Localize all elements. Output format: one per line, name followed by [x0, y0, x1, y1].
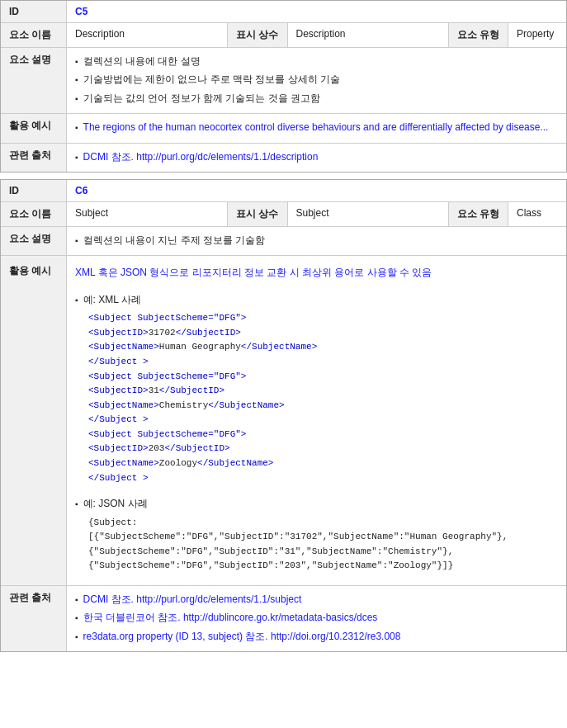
- desc-label: 요소 설명: [1, 48, 67, 113]
- bullet-icon: ▪: [75, 73, 78, 87]
- source-label: 관련 출처: [1, 144, 67, 172]
- desc-item-1: ▪ 컬렉션의 내용에 대한 설명: [75, 53, 558, 69]
- id-label-c6: ID: [1, 180, 67, 201]
- bullet-icon: ▪: [75, 92, 78, 106]
- xml-line-9: <SubjectID>203</SubjectID>: [88, 442, 558, 456]
- display-value: Description: [288, 23, 449, 47]
- xml-section: ▪ 예: XML 사례 <Subject SubjectScheme="DFG"…: [75, 291, 558, 486]
- xml-line-10: <SubjectName>Zoology</SubjectName>: [88, 456, 558, 471]
- example-label-c6: 활용 예시: [1, 256, 67, 585]
- desc-item-c6: ▪ 컬렉션의 내용이 지닌 주제 정보를 기술함: [75, 232, 558, 248]
- source-item-1: ▪ DCMI 참조. http://purl.org/dc/elements/1…: [75, 591, 558, 607]
- xml-line-0: <Subject SubjectScheme="DFG">: [88, 311, 558, 326]
- bullet-icon: ▪: [75, 293, 78, 307]
- row-name: 요소 이름 Description 표시 상수 Description 요소 유…: [1, 23, 566, 48]
- display-value-c6: Subject: [288, 202, 449, 226]
- bullet-icon: ▪: [75, 150, 78, 164]
- xml-line-1: <SubjectID>31702</SubjectID>: [88, 326, 558, 341]
- id-value-c6: C6: [67, 180, 566, 201]
- row-example-c6: 활용 예시 XML 혹은 JSON 형식으로 리포지터리 정보 교환 시 최상위…: [1, 256, 566, 586]
- source-text-2: 한국 더블린코어 참조. http://dublincore.go.kr/met…: [83, 609, 378, 626]
- name-label-c6: 요소 이름: [1, 202, 67, 226]
- xml-line-7: </Subject >: [88, 413, 558, 428]
- json-label: 예: JSON 사례: [83, 495, 148, 512]
- type-value: Property: [508, 23, 566, 47]
- json-line-3: {"SubjectScheme":"DFG","SubjectID":"203"…: [88, 559, 558, 574]
- bullet-icon: ▪: [75, 593, 78, 607]
- json-section: ▪ 예: JSON 사례 {Subject: [{"SubjectScheme"…: [75, 495, 558, 574]
- desc-value: ▪ 컬렉션의 내용에 대한 설명 ▪ 기술방법에는 제한이 없으나 주로 맥락 …: [67, 48, 566, 113]
- bullet-icon: ▪: [75, 121, 78, 135]
- json-line-1: [{"SubjectScheme":"DFG","SubjectID":"317…: [88, 530, 558, 545]
- name-value-c6: Subject: [67, 202, 228, 226]
- type-label-c6: 요소 유형: [449, 202, 508, 226]
- id-value: C5: [67, 1, 566, 22]
- desc-item-2: ▪ 기술방법에는 제한이 없으나 주로 맥락 정보를 상세히 기술: [75, 71, 558, 87]
- row-desc: 요소 설명 ▪ 컬렉션의 내용에 대한 설명 ▪ 기술방법에는 제한이 없으나 …: [1, 48, 566, 114]
- source-value: ▪ DCMI 참조. http://purl.org/dc/elements/1…: [67, 144, 566, 172]
- xml-line-5: <SubjectID>31</SubjectID>: [88, 384, 558, 399]
- source-value-c6: ▪ DCMI 참조. http://purl.org/dc/elements/1…: [67, 586, 566, 651]
- json-line-0: {Subject:: [88, 516, 558, 531]
- source-item: ▪ DCMI 참조. http://purl.org/dc/elements/1…: [75, 149, 558, 165]
- desc-item-3: ▪ 기술되는 값의 언어 정보가 함께 기술되는 것을 권고함: [75, 90, 558, 106]
- display-label-c6: 표시 상수: [228, 202, 287, 226]
- source-item-3: ▪ re3data.org property (ID 13, subject) …: [75, 628, 558, 645]
- xml-label-item: ▪ 예: XML 사례: [75, 291, 558, 308]
- example-intro: XML 혹은 JSON 형식으로 리포지터리 정보 교환 시 최상위 용어로 사…: [75, 264, 558, 281]
- type-value-c6: Class: [508, 202, 566, 226]
- example-text: The regions of the human neocortex contr…: [83, 119, 549, 135]
- name-label: 요소 이름: [1, 23, 67, 47]
- bullet-icon: ▪: [75, 630, 78, 644]
- json-line-2: {"SubjectScheme":"DFG","SubjectID":"31",…: [88, 545, 558, 560]
- table-c6: ID C6 요소 이름 Subject 표시 상수 Subject 요소 유형 …: [0, 179, 567, 652]
- example-item: ▪ The regions of the human neocortex con…: [75, 119, 558, 135]
- id-label: ID: [1, 1, 67, 22]
- desc-label-c6: 요소 설명: [1, 227, 67, 255]
- xml-line-6: <SubjectName>Chemistry</SubjectName>: [88, 399, 558, 414]
- example-label: 활용 예시: [1, 114, 67, 142]
- xml-line-8: <Subject SubjectScheme="DFG">: [88, 428, 558, 442]
- xml-line-4: <Subject SubjectScheme="DFG">: [88, 370, 558, 385]
- bullet-icon: ▪: [75, 611, 78, 625]
- row-desc-c6: 요소 설명 ▪ 컬렉션의 내용이 지닌 주제 정보를 기술함: [1, 227, 566, 256]
- row-source-c6: 관련 출처 ▪ DCMI 참조. http://purl.org/dc/elem…: [1, 586, 566, 651]
- name-value: Description: [67, 23, 228, 47]
- row-example: 활용 예시 ▪ The regions of the human neocort…: [1, 114, 566, 143]
- bullet-icon: ▪: [75, 497, 78, 511]
- xml-line-2: <SubjectName>Human Geography</SubjectNam…: [88, 340, 558, 355]
- source-text: DCMI 참조. http://purl.org/dc/elements/1.1…: [83, 149, 319, 165]
- row-source: 관련 출처 ▪ DCMI 참조. http://purl.org/dc/elem…: [1, 144, 566, 172]
- type-label: 요소 유형: [449, 23, 508, 47]
- bullet-icon: ▪: [75, 234, 78, 248]
- xml-line-11: </Subject >: [88, 471, 558, 486]
- xml-label: 예: XML 사례: [83, 291, 141, 308]
- xml-code: <Subject SubjectScheme="DFG"> <SubjectID…: [88, 311, 558, 485]
- example-value-c6: XML 혹은 JSON 형식으로 리포지터리 정보 교환 시 최상위 용어로 사…: [67, 256, 566, 585]
- source-label-c6: 관련 출처: [1, 586, 67, 651]
- json-code: {Subject: [{"SubjectScheme":"DFG","Subje…: [88, 516, 558, 574]
- table-c5: ID C5 요소 이름 Description 표시 상수 Descriptio…: [0, 0, 567, 173]
- source-text-3: re3data.org property (ID 13, subject) 참조…: [83, 628, 401, 645]
- row-id: ID C5: [1, 1, 566, 23]
- row-id-c6: ID C6: [1, 180, 566, 202]
- source-item-2: ▪ 한국 더블린코어 참조. http://dublincore.go.kr/m…: [75, 609, 558, 626]
- desc-value-c6: ▪ 컬렉션의 내용이 지닌 주제 정보를 기술함: [67, 227, 566, 255]
- example-value: ▪ The regions of the human neocortex con…: [67, 114, 566, 142]
- xml-line-3: </Subject >: [88, 355, 558, 370]
- bullet-icon: ▪: [75, 54, 78, 69]
- display-label: 표시 상수: [228, 23, 287, 47]
- row-name-c6: 요소 이름 Subject 표시 상수 Subject 요소 유형 Class: [1, 202, 566, 227]
- source-text-1: DCMI 참조. http://purl.org/dc/elements/1.1…: [83, 591, 302, 607]
- json-label-item: ▪ 예: JSON 사례: [75, 495, 558, 512]
